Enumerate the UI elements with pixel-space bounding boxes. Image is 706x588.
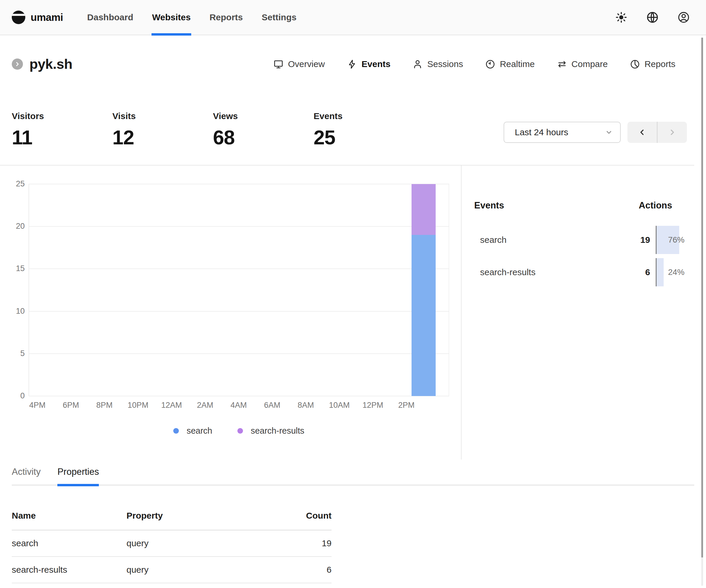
- legend-item-search-results[interactable]: search-results: [237, 426, 304, 436]
- event-percent-cell: 76%: [656, 226, 686, 254]
- gridline: [29, 353, 449, 354]
- bar-segment-search-results[interactable]: [411, 184, 436, 235]
- table-row[interactable]: search query 19: [12, 530, 331, 557]
- scrollbar-thumb[interactable]: [701, 38, 703, 557]
- cell-name: search-results: [12, 565, 126, 575]
- profile-button[interactable]: [677, 11, 690, 24]
- gridline: [29, 268, 449, 269]
- event-percent: 24%: [668, 267, 686, 277]
- scrollbar-track: [701, 557, 703, 586]
- page-title: pyk.sh: [30, 56, 72, 72]
- percent-fill-bar: [657, 258, 664, 286]
- legend-dot-search: [173, 428, 179, 434]
- events-chart-section: search search-results 05101520254PM6PM8P…: [0, 165, 694, 459]
- next-period-button[interactable]: [658, 122, 687, 143]
- tab-overview[interactable]: Overview: [274, 59, 325, 69]
- cell-name: search: [12, 538, 126, 548]
- website-chevron-icon[interactable]: [12, 58, 23, 70]
- tab-sessions[interactable]: Sessions: [413, 59, 463, 69]
- event-count: 19: [629, 235, 650, 245]
- tab-reports[interactable]: Reports: [630, 59, 675, 69]
- metric-label: Visitors: [12, 111, 112, 121]
- event-percent: 76%: [668, 235, 686, 245]
- globe-icon: [646, 11, 659, 24]
- website-header: pyk.sh: [12, 56, 72, 72]
- legend-dot-search-results: [237, 428, 243, 434]
- prev-period-button[interactable]: [627, 122, 657, 143]
- bar-segment-search[interactable]: [411, 235, 436, 396]
- x-tick-label: 12PM: [355, 401, 391, 410]
- plot-right-border: [448, 184, 449, 396]
- legend-label: search: [187, 426, 212, 436]
- x-tick-label: 10PM: [120, 401, 156, 410]
- gridline: [29, 226, 449, 227]
- top-navbar: umami Dashboard Websites Reports Setting…: [0, 0, 706, 35]
- metric-value: 11: [12, 126, 112, 149]
- date-range-select[interactable]: Last 24 hours: [504, 122, 621, 143]
- y-axis-line: [29, 184, 29, 396]
- date-controls: Last 24 hours: [504, 122, 687, 143]
- metrics-bar: Visitors 11 Visits 12 Views 68 Events 25: [12, 111, 414, 149]
- event-percent-cell: 24%: [656, 258, 686, 286]
- date-pager: [627, 122, 687, 143]
- x-tick-label: 2PM: [389, 401, 424, 410]
- nav-link-dashboard[interactable]: Dashboard: [86, 0, 134, 35]
- events-bar-chart[interactable]: search search-results 05101520254PM6PM8P…: [0, 166, 461, 460]
- x-tick-label: 6AM: [254, 401, 290, 410]
- x-tick-label: 4PM: [20, 401, 55, 410]
- metric-value: 68: [213, 126, 314, 149]
- gridline: [29, 396, 449, 396]
- navbar-icons: [615, 11, 690, 24]
- x-tick-label: 12AM: [154, 401, 189, 410]
- nav-link-websites[interactable]: Websites: [152, 0, 191, 35]
- tab-label: Reports: [644, 59, 675, 69]
- cell-count: 19: [293, 538, 331, 548]
- legend-label: search-results: [251, 426, 304, 436]
- nav-link-settings[interactable]: Settings: [261, 0, 297, 35]
- metric-visits: Visits 12: [112, 111, 213, 149]
- tab-properties[interactable]: Properties: [57, 466, 99, 486]
- chevron-down-icon: [605, 128, 613, 136]
- sun-icon: [615, 11, 627, 24]
- x-tick-label: 10AM: [321, 401, 357, 410]
- language-button[interactable]: [646, 11, 659, 24]
- tab-events[interactable]: Events: [347, 59, 390, 69]
- brand[interactable]: umami: [12, 11, 63, 24]
- event-row-search[interactable]: search 19 76%: [474, 224, 686, 256]
- tab-activity[interactable]: Activity: [12, 466, 41, 486]
- events-panel-header: Events Actions: [474, 200, 686, 211]
- swap-arrows-icon: [557, 59, 567, 69]
- tab-realtime[interactable]: Realtime: [485, 59, 535, 69]
- metric-label: Events: [314, 111, 414, 121]
- metric-label: Visits: [112, 111, 213, 121]
- table-row[interactable]: search-results query 6: [12, 557, 331, 583]
- event-name: search: [480, 235, 507, 245]
- metric-views: Views 68: [213, 111, 314, 149]
- metric-value: 25: [314, 126, 414, 149]
- y-tick-label: 0: [7, 391, 25, 401]
- x-tick-label: 8PM: [87, 401, 122, 410]
- actions-column-header: Actions: [639, 200, 672, 211]
- brand-name: umami: [31, 11, 63, 23]
- theme-toggle-button[interactable]: [615, 11, 628, 24]
- column-count: Count: [293, 511, 331, 521]
- detail-tabs: Activity Properties: [12, 466, 694, 486]
- event-row-search-results[interactable]: search-results 6 24%: [474, 256, 686, 288]
- legend-item-search[interactable]: search: [173, 426, 212, 436]
- website-tabs: Overview Events Sessions Realtime Compar…: [274, 55, 675, 74]
- event-name: search-results: [480, 267, 535, 277]
- chevron-right-icon: [668, 128, 676, 137]
- metric-label: Views: [213, 111, 314, 121]
- monitor-icon: [274, 59, 283, 69]
- nav-link-reports[interactable]: Reports: [209, 0, 243, 35]
- chevron-left-icon: [638, 128, 646, 137]
- y-tick-label: 10: [7, 307, 25, 316]
- pie-chart-icon: [630, 59, 640, 69]
- events-rows: search 19 76% search-results 6 24%: [474, 224, 686, 288]
- tab-compare[interactable]: Compare: [557, 59, 608, 69]
- events-summary-panel: Events Actions search 19 76% search-resu…: [461, 166, 694, 460]
- table-header: Name Property Count: [12, 502, 331, 530]
- column-name: Name: [12, 511, 126, 521]
- gridline: [29, 184, 449, 184]
- cell-property: query: [126, 538, 293, 548]
